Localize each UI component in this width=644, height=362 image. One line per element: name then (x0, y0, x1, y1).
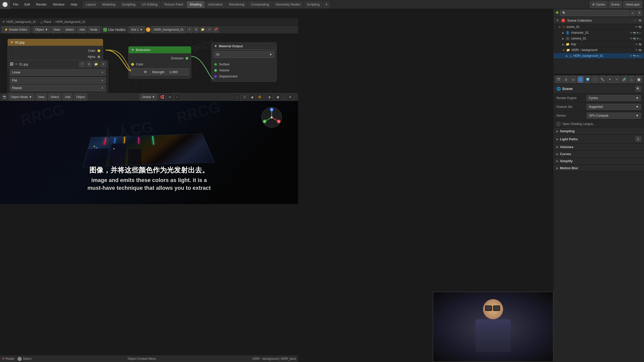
breadcrumb-item-2[interactable]: △ Plane (40, 20, 51, 24)
transform-btn[interactable]: ↔ (174, 94, 181, 101)
image-texture-node[interactable]: ▼ 01.jpg Color Alpha (8, 39, 103, 62)
volume-socket[interactable] (214, 69, 217, 72)
menu-render[interactable]: Render (33, 0, 50, 9)
slot-selector[interactable]: Slot 1 ▼ (129, 26, 145, 33)
tab-shading[interactable]: Shading (187, 1, 205, 8)
image-folder-btn[interactable]: 📁 (93, 61, 99, 67)
lookdev-btn[interactable]: ◕ (249, 94, 256, 101)
breadcrumb-item-3[interactable]: HDRI_background_01 (56, 20, 86, 24)
viewport-global-btn[interactable]: Global ▼ (140, 94, 157, 101)
tab-rendering[interactable]: Rendering (226, 1, 247, 8)
viewport-view-btn[interactable]: View (36, 94, 47, 101)
collection-item-camera01[interactable]: ▶ 🎥 camera_01 👁 📷 ✱ ▷ (553, 36, 644, 41)
fake-user-btn[interactable]: F (187, 27, 192, 32)
collection-item-hdri-bg[interactable]: ▼ 📁 HDRI - background 👁 📷 (553, 47, 644, 53)
motion-blur-section-header[interactable]: ▶ Motion Blur (553, 165, 644, 172)
editor-type-btn[interactable]: ⚡ Shader Editor (2, 26, 30, 33)
light-paths-section-header[interactable]: ▶ Light Paths ☰ (553, 135, 644, 144)
displacement-socket[interactable] (214, 75, 217, 78)
viewport-add-btn[interactable]: Add (63, 94, 72, 101)
navigation-gizmo[interactable]: Z X Y (260, 106, 283, 129)
overlay-btn[interactable]: ◑ (266, 94, 273, 101)
curves-section-header[interactable]: ▶ Curves (553, 151, 644, 158)
menu-window[interactable]: Window (50, 0, 67, 9)
open-shading-checkbox[interactable] (556, 122, 560, 126)
interpolation-dropdown[interactable]: Linear ▼ (10, 69, 106, 76)
tab-add-button[interactable]: + (323, 1, 330, 8)
strength-field[interactable]: Strength 1.000 (131, 68, 189, 75)
physics-icon-btn[interactable]: ⚛ (614, 76, 620, 83)
constraints-icon-btn[interactable]: 🔗 (621, 76, 627, 83)
view-menu-btn[interactable]: View (51, 26, 62, 33)
object-mode-btn[interactable]: Object ▼ (33, 26, 50, 33)
projection-dropdown[interactable]: Flat ▼ (10, 77, 106, 84)
coll-eye[interactable]: 👁 (634, 19, 636, 22)
viewport-mode-btn[interactable]: Object Mode ▼ (9, 94, 34, 101)
emission-output-socket[interactable] (185, 57, 188, 60)
viewport-select-btn[interactable]: Select (48, 94, 61, 101)
tab-scripting[interactable]: Scripting (304, 1, 323, 8)
simplify-section-header[interactable]: ▶ Simplify (553, 158, 644, 165)
tab-uv-editing[interactable]: UV Editing (139, 1, 160, 8)
menu-help[interactable]: Help (67, 0, 80, 9)
outliner-sort-btn[interactable]: ⇅ (636, 10, 642, 16)
wireframe-btn[interactable]: ⬚ (233, 94, 240, 101)
browse-material-btn[interactable]: 📁 (200, 27, 206, 32)
tab-texture-paint[interactable]: Texture Paint (161, 1, 186, 8)
viewlayer-selector[interactable]: ViewLayer (623, 1, 642, 8)
lp-list-btn[interactable]: ☰ (635, 136, 641, 142)
world-icon-btn[interactable]: 🌍 (585, 76, 591, 83)
xray-btn[interactable]: ▣ (274, 94, 281, 101)
tab-geometry-nodes[interactable]: Geometry Nodes (272, 1, 303, 8)
view-layer-icon-btn[interactable]: 🗂 (570, 76, 576, 83)
tab-compositing[interactable]: Compositing (248, 1, 272, 8)
surface-socket[interactable] (214, 63, 217, 66)
scene-icon-btn[interactable]: 🌐 (577, 76, 584, 83)
image-texture-collapse-icon[interactable]: ▼ (10, 40, 14, 44)
select-menu-btn[interactable]: Select (63, 26, 76, 33)
render-icon-btn[interactable]: 🎬 (555, 76, 562, 83)
material-name-field[interactable]: HDRI_background_01 (151, 26, 186, 33)
extension-dropdown[interactable]: Repeat ▼ (10, 85, 106, 91)
tab-modeling[interactable]: Modeling (99, 1, 118, 8)
collection-item-hdri-bg01[interactable]: ▶ △ HDRI_background_01 👁 📷 ✱ ▷ (553, 53, 644, 59)
scene-selector[interactable]: Scene (609, 1, 622, 8)
menu-edit[interactable]: Edit (21, 0, 33, 9)
image-shield-btn[interactable]: 🛡 (79, 61, 85, 67)
solid-btn[interactable]: ⬛ (241, 94, 248, 101)
modifier-icon-btn[interactable]: 🔧 (599, 76, 606, 83)
sampling-section-header[interactable]: ▶ Sampling (553, 128, 644, 135)
material-output-node[interactable]: ▼ Material Output All ▼ Surface Volume (211, 42, 277, 82)
emission-color-in-socket[interactable] (131, 63, 134, 66)
color-out-socket[interactable] (97, 49, 100, 52)
device-dropdown[interactable]: GPU Compute ▼ (587, 113, 641, 119)
collection-item-tmp[interactable]: ▶ 📁 tmp 👁 📷 (553, 41, 644, 47)
image-close-btn[interactable]: ✕ (100, 61, 106, 67)
pin-material-btn[interactable]: 📌 (213, 27, 219, 32)
collection-item-scene01[interactable]: ▼ ⬡ scene_01 👁 📷 (553, 24, 644, 30)
material-icon-btn[interactable]: ⬤ (636, 76, 642, 83)
volumes-section-header[interactable]: ▶ Volumes (553, 144, 644, 151)
tab-sculpting[interactable]: Sculpting (119, 1, 138, 8)
feature-set-dropdown[interactable]: Supported ▼ (587, 104, 641, 110)
copy-material-btn[interactable]: ⧉ (193, 27, 199, 32)
image-panel-arrow[interactable]: ▼ (15, 63, 18, 66)
engine-selector[interactable]: ⚙ Cycles (590, 1, 607, 8)
unlink-material-btn[interactable]: ✕ (207, 27, 212, 32)
image-copy-btn[interactable]: ⧉ (86, 61, 92, 67)
data-icon-btn[interactable]: △ (628, 76, 635, 83)
alpha-out-socket[interactable] (97, 55, 100, 58)
tab-animation[interactable]: Animation (205, 1, 226, 8)
viewport-type-btn[interactable]: 📷 (2, 95, 7, 100)
proportional-btn[interactable]: ⊙ (166, 94, 173, 101)
viewport-object-btn[interactable]: Object (74, 94, 87, 101)
particles-icon-btn[interactable]: ✦ (607, 76, 613, 83)
menu-file[interactable]: File (10, 0, 21, 9)
output-icon-btn[interactable]: 🖨 (563, 76, 569, 83)
node-menu-btn[interactable]: Node (88, 26, 100, 33)
pause-btn[interactable]: ⏸ (287, 94, 294, 101)
rendered-btn[interactable]: 🔆 (256, 94, 263, 101)
emission-node[interactable]: ▼ Emission Emission Color Strength 1.000 (128, 46, 191, 79)
tab-layout[interactable]: Layout (83, 1, 99, 8)
collection-item-character01[interactable]: ▶ 👤 character_01 👁 📷 ✱ ▷ (553, 30, 644, 36)
